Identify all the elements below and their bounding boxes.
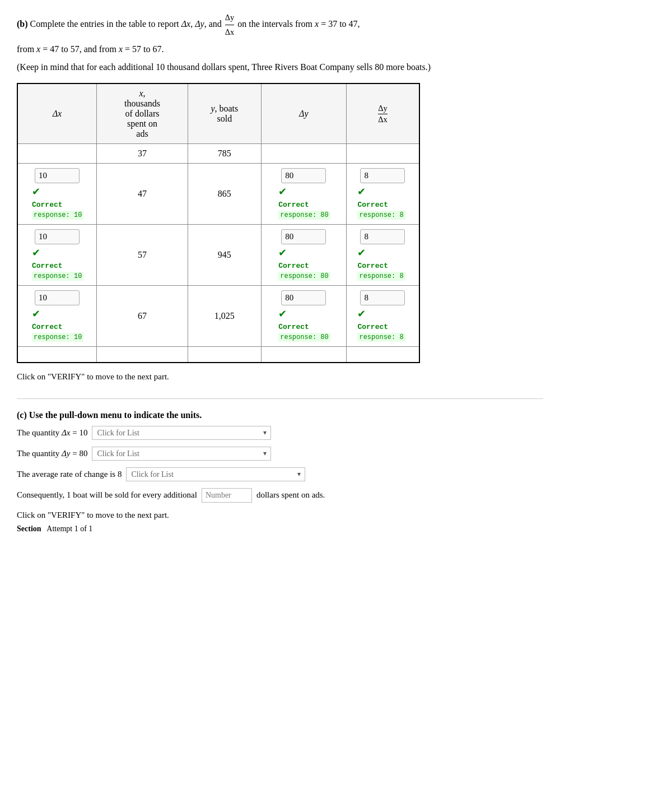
correct-label-dx-1: Correct <box>32 201 63 209</box>
dropdown-dy[interactable]: Click for List <box>92 447 271 461</box>
dropdown-rate[interactable]: Click for List <box>126 467 305 481</box>
row-delta-x: The quantity Δx = 10 Click for List <box>17 426 543 440</box>
part-c: (c) Use the pull-down menu to indicate t… <box>17 410 543 533</box>
dropdown-wrapper-dy[interactable]: Click for List <box>92 447 271 461</box>
cell-y-0: 785 <box>188 144 262 164</box>
correct-label-dy-2: Correct <box>278 262 309 270</box>
check-icon-dy-3: ✔ <box>278 308 329 320</box>
part-b-instructions: (b) Complete the entries in the table to… <box>17 11 543 74</box>
cell-ratio-1[interactable]: ✔ Correct response: 8 <box>346 164 419 225</box>
section-divider <box>17 398 543 399</box>
dropdown-wrapper-rate[interactable]: Click for List <box>126 467 305 481</box>
cell-dy-1[interactable]: ✔ Correct response: 80 <box>261 164 346 225</box>
cell-x-1: 47 <box>96 164 188 225</box>
col-header-delta-y: Δy <box>261 83 346 144</box>
correct-label-dy-1: Correct <box>278 201 309 209</box>
part-c-verify-note: Click on "VERIFY" to move to the next pa… <box>17 510 543 520</box>
cell-ratio-0 <box>346 144 419 164</box>
check-icon-ratio-3: ✔ <box>357 308 408 320</box>
dropdown-dx[interactable]: Click for List <box>92 426 271 440</box>
input-ratio-1[interactable] <box>360 168 405 183</box>
response-dy-3: response: 80 <box>278 333 330 342</box>
response-ratio-1: response: 8 <box>357 211 405 220</box>
cell-dx-0 <box>17 144 96 164</box>
cell-ratio-2[interactable]: ✔ Correct response: 8 <box>346 225 419 286</box>
data-table: Δx x,thousandsof dollarsspent onads y, b… <box>17 83 420 363</box>
part-c-title: (c) Use the pull-down menu to indicate t… <box>17 410 543 420</box>
response-ratio-2: response: 8 <box>357 272 405 281</box>
row-delta-y: The quantity Δy = 80 Click for List <box>17 447 543 461</box>
check-icon-ratio-1: ✔ <box>357 185 408 198</box>
cell-x-2: 57 <box>96 225 188 286</box>
col-header-ratio: ΔyΔx <box>346 83 419 144</box>
cell-ratio-3[interactable]: ✔ Correct response: 8 <box>346 286 419 347</box>
part-b-verify-note: Click on "VERIFY" to move to the next pa… <box>17 372 543 382</box>
response-ratio-3: response: 8 <box>357 333 405 342</box>
correct-label-dy-3: Correct <box>278 323 309 331</box>
cell-dy-0 <box>261 144 346 164</box>
instruction-note: (Keep in mind that for each additional 1… <box>17 60 543 75</box>
dropdown-wrapper-dx[interactable]: Click for List <box>92 426 271 440</box>
input-dy-1[interactable] <box>281 168 326 183</box>
input-dx-3[interactable] <box>35 290 80 305</box>
input-dx-1[interactable] <box>35 168 80 183</box>
cell-dx-3[interactable]: ✔ Correct response: 10 <box>17 286 96 347</box>
cell-y-2: 945 <box>188 225 262 286</box>
check-icon-dx-3: ✔ <box>32 308 82 320</box>
cell-dx-1[interactable]: ✔ Correct response: 10 <box>17 164 96 225</box>
row-boats-sold: Consequently, 1 boat will be sold for ev… <box>17 488 543 503</box>
table-row-3: ✔ Correct response: 10 67 1,025 ✔ Correc… <box>17 286 419 347</box>
col-header-x: x,thousandsof dollarsspent onads <box>96 83 188 144</box>
row-boats-sold-prefix: Consequently, 1 boat will be sold for ev… <box>17 490 197 500</box>
correct-label-dx-3: Correct <box>32 323 63 331</box>
correct-label-ratio-3: Correct <box>357 323 388 331</box>
cell-empty-4 <box>261 347 346 363</box>
response-dx-2: response: 10 <box>32 272 83 281</box>
check-icon-dx-1: ✔ <box>32 185 82 198</box>
cell-y-1: 865 <box>188 164 262 225</box>
section-meta: Section Attempt 1 of 1 <box>17 524 543 533</box>
response-dy-2: response: 80 <box>278 272 330 281</box>
input-ratio-3[interactable] <box>360 290 405 305</box>
cell-dy-3[interactable]: ✔ Correct response: 80 <box>261 286 346 347</box>
cell-empty-1 <box>17 347 96 363</box>
col-header-y: y, boatssold <box>188 83 262 144</box>
check-icon-dx-2: ✔ <box>32 247 82 259</box>
cell-y-3: 1,025 <box>188 286 262 347</box>
table-row-empty <box>17 347 419 363</box>
row-avg-rate: The average rate of change is 8 Click fo… <box>17 467 543 481</box>
cell-dy-2[interactable]: ✔ Correct response: 80 <box>261 225 346 286</box>
response-dx-1: response: 10 <box>32 211 83 220</box>
table-row-1: ✔ Correct response: 10 47 865 ✔ Correct … <box>17 164 419 225</box>
cell-empty-3 <box>188 347 262 363</box>
part-c-label: (c) <box>17 410 27 420</box>
part-b-label: (b) <box>17 19 28 29</box>
section-footer: Click on "VERIFY" to move to the next pa… <box>17 510 543 533</box>
correct-label-ratio-1: Correct <box>357 201 388 209</box>
correct-label-ratio-2: Correct <box>357 262 388 270</box>
cell-dx-2[interactable]: ✔ Correct response: 10 <box>17 225 96 286</box>
input-dy-2[interactable] <box>281 229 326 244</box>
table-row-0: 37 785 <box>17 144 419 164</box>
response-dx-3: response: 10 <box>32 333 83 342</box>
input-ratio-2[interactable] <box>360 229 405 244</box>
row-boats-sold-suffix: dollars spent on ads. <box>256 490 325 500</box>
response-dy-1: response: 80 <box>278 211 330 220</box>
col-header-delta-x: Δx <box>17 83 96 144</box>
row-delta-y-label: The quantity Δy = 80 <box>17 449 87 458</box>
table-row-2: ✔ Correct response: 10 57 945 ✔ Correct … <box>17 225 419 286</box>
cell-empty-5 <box>346 347 419 363</box>
input-boats-number[interactable] <box>202 488 252 503</box>
correct-label-dx-2: Correct <box>32 262 63 270</box>
check-icon-ratio-2: ✔ <box>357 247 408 259</box>
input-dy-3[interactable] <box>281 290 326 305</box>
cell-x-0: 37 <box>96 144 188 164</box>
instruction-line2: from x = 47 to 57, and from x = 57 to 67… <box>17 42 543 57</box>
input-dx-2[interactable] <box>35 229 80 244</box>
row-avg-rate-label: The average rate of change is 8 <box>17 470 122 479</box>
row-delta-x-label: The quantity Δx = 10 <box>17 428 87 438</box>
part-c-instruction: Use the pull-down menu to indicate the u… <box>29 410 202 420</box>
cell-x-3: 67 <box>96 286 188 347</box>
check-icon-dy-1: ✔ <box>278 185 329 198</box>
section-label: Section <box>17 524 41 533</box>
